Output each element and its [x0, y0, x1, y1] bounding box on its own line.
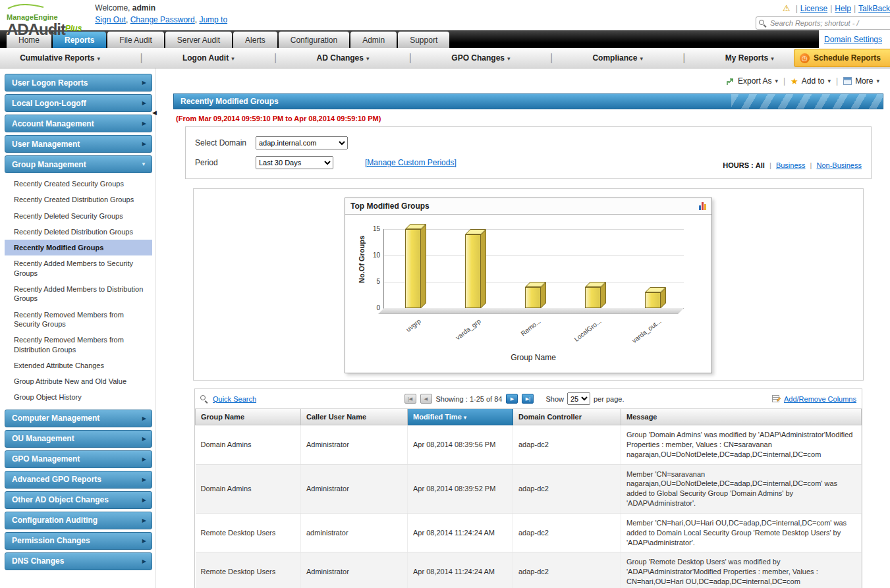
chart-bar[interactable] [405, 229, 421, 308]
sidebar-item-recently-added-members-to-security-groups[interactable]: Recently Added Members to Security Group… [5, 255, 152, 281]
sidebar-section-user-management[interactable]: User Management▶ [5, 135, 152, 153]
top-header: ManageEngine ADAuditPlus Welcome, admin … [0, 0, 890, 30]
sidebar-section-configuration-auditing[interactable]: Configuration Auditing▶ [5, 512, 152, 529]
chart-header: Top Modified Groups [345, 198, 711, 215]
help-link[interactable]: Help [835, 4, 851, 13]
subnav-menu-compliance[interactable]: Compliance▾ [592, 53, 643, 63]
sidebar-item-recently-created-distribution-groups[interactable]: Recently Created Distribution Groups [5, 192, 152, 207]
y-tick-label: 10 [360, 252, 380, 259]
change-password-link[interactable]: Change Password [130, 15, 195, 24]
add-remove-columns-link[interactable]: Add/Remove Columns [784, 395, 856, 403]
manage-custom-periods-link[interactable]: [Manage Custom Periods] [365, 158, 457, 167]
cell-dc: adap-dc2 [513, 552, 621, 588]
x-tick-label: LocalGro... [572, 317, 602, 343]
quick-search[interactable]: Quick Search [200, 395, 256, 403]
sidebar-item-recently-added-members-to-distribution-groups[interactable]: Recently Added Members to Distribution G… [5, 281, 152, 307]
jump-to-link[interactable]: Jump to [199, 15, 227, 24]
hours-all[interactable]: All [756, 161, 765, 169]
chevron-down-icon: ▾ [366, 55, 370, 62]
tab-server-audit[interactable]: Server Audit [165, 32, 232, 48]
hours-business-link[interactable]: Business [776, 161, 806, 169]
sidebar-section-group-management[interactable]: Group Management▼ [5, 155, 152, 173]
talkback-link[interactable]: TalkBack [858, 4, 890, 13]
domain-select[interactable]: adap.internal.com [256, 136, 348, 149]
chevron-right-icon: ▶ [142, 436, 146, 442]
quick-search-link[interactable]: Quick Search [213, 395, 256, 403]
export-as-label: Export As [738, 76, 771, 86]
sidebar-section-permission-changes[interactable]: Permission Changes▶ [5, 532, 152, 550]
subnav-menu-gpo-changes[interactable]: GPO Changes▾ [451, 53, 510, 63]
sidebar-section-user-logon-reports[interactable]: User Logon Reports▶ [5, 74, 152, 92]
sidebar-item-group-object-history[interactable]: Group Object History [5, 389, 152, 405]
next-page-button[interactable]: ▶ [506, 394, 518, 404]
page-size-select[interactable]: 25 [567, 392, 590, 405]
sidebar-item-recently-deleted-security-groups[interactable]: Recently Deleted Security Groups [5, 208, 152, 224]
search-input[interactable] [769, 18, 890, 28]
cell-dc: adap-dc2 [513, 425, 621, 465]
star-icon: ★ [791, 77, 798, 86]
report-date-range: (From Mar 09,2014 09:59:10 PM to Apr 08,… [176, 115, 881, 122]
cell-caller: Administrator [301, 552, 408, 588]
license-link[interactable]: License [800, 4, 827, 13]
domain-settings-link[interactable]: Domain Settings [824, 35, 882, 44]
sidebar-section-other-ad-object-changes[interactable]: Other AD Object Changes▶ [5, 491, 152, 509]
add-to-button[interactable]: ★ Add to ▾ [791, 76, 831, 86]
tab-admin[interactable]: Admin [350, 32, 397, 48]
sidebar-section-gpo-management[interactable]: GPO Management▶ [5, 450, 152, 468]
hours-non-business-link[interactable]: Non-Business [817, 161, 862, 169]
sidebar-item-recently-modified-groups[interactable]: Recently Modified Groups [5, 240, 152, 255]
chart-type-icon[interactable] [699, 202, 706, 210]
top-modified-groups-chart: Top Modified Groups No.Of Groups 051015u… [345, 198, 712, 373]
sidebar-section-local-logon-logoff[interactable]: Local Logon-Logoff▶ [5, 94, 152, 112]
table-toolbar: Quick Search |◀ ◀ Showing : 1-25 of 84 ▶… [195, 389, 862, 409]
chart-bar[interactable] [465, 234, 481, 308]
divider: | [682, 52, 685, 64]
sidebar-item-recently-removed-members-from-security-groups[interactable]: Recently Removed Members from Security G… [5, 307, 152, 333]
add-remove-columns[interactable]: Add/Remove Columns [772, 394, 856, 403]
first-page-button[interactable]: |◀ [404, 394, 416, 404]
sidebar-item-recently-removed-members-from-distribution-groups[interactable]: Recently Removed Members from Distributi… [5, 332, 152, 358]
schedule-reports-button[interactable]: ◷ Schedule Reports [794, 49, 890, 67]
warning-icon[interactable]: ⚠ [783, 3, 791, 13]
logo-suffix: Plus [65, 24, 82, 33]
bar-front-face [525, 287, 541, 308]
last-page-button[interactable]: ▶| [522, 394, 534, 404]
sidebar-section-advanced-gpo-reports[interactable]: Advanced GPO Reports▶ [5, 471, 152, 489]
subnav-menu-ad-changes[interactable]: AD Changes▾ [317, 53, 370, 63]
column-header-group-name[interactable]: Group Name [196, 409, 301, 425]
divider: | [810, 161, 812, 169]
column-header-caller-user-name[interactable]: Caller User Name [301, 409, 408, 425]
subnav-menu-cumulative-reports[interactable]: Cumulative Reports▾ [20, 53, 100, 63]
chart-bar[interactable] [525, 287, 541, 308]
chevron-right-icon: ▶ [142, 415, 146, 421]
sidebar-item-group-attribute-new-and-old-value[interactable]: Group Attribute New and Old Value [5, 373, 152, 389]
sidebar-item-recently-deleted-distribution-groups[interactable]: Recently Deleted Distribution Groups [5, 224, 152, 240]
sign-out-link[interactable]: Sign Out [95, 15, 126, 24]
sidebar-section-label: Local Logon-Logoff [12, 99, 142, 108]
cell-message: Member 'CN=saravanan nagarajan,OU=DoNotD… [621, 464, 862, 513]
export-as-button[interactable]: Export As ▾ [726, 76, 778, 86]
sidebar-section-label: User Logon Reports [12, 78, 142, 88]
column-header-message[interactable]: Message [621, 409, 862, 425]
tab-configuration[interactable]: Configuration [279, 32, 349, 48]
more-button[interactable]: More ▾ [843, 76, 879, 86]
sidebar-item-extended-attribute-changes[interactable]: Extended Attribute Changes [5, 358, 152, 373]
tab-alerts[interactable]: Alerts [233, 32, 277, 48]
subnav-menu-logon-audit[interactable]: Logon Audit▾ [182, 53, 235, 63]
chart-bar[interactable] [585, 287, 601, 308]
column-header-modified-time[interactable]: Modified Time▾ [408, 409, 513, 425]
sidebar-item-recently-created-security-groups[interactable]: Recently Created Security Groups [5, 176, 152, 192]
sidebar-section-dns-changes[interactable]: DNS Changes▶ [5, 552, 152, 570]
sidebar-section-account-management[interactable]: Account Management▶ [5, 115, 152, 132]
subnav-menu-my-reports[interactable]: My Reports▾ [725, 53, 774, 63]
period-select[interactable]: Last 30 Days [256, 156, 333, 169]
sidebar-section-computer-management[interactable]: Computer Management▶ [5, 410, 152, 427]
sidebar-collapse-handle[interactable]: ◀ [152, 109, 157, 116]
show-label: Show [545, 395, 564, 403]
tab-support[interactable]: Support [398, 32, 449, 48]
prev-page-button[interactable]: ◀ [420, 394, 432, 404]
chart-bar[interactable] [645, 292, 661, 308]
sidebar-section-ou-management[interactable]: OU Management▶ [5, 430, 152, 448]
tab-file-audit[interactable]: File Audit [107, 32, 163, 48]
column-header-domain-controller[interactable]: Domain Controller [513, 409, 621, 425]
